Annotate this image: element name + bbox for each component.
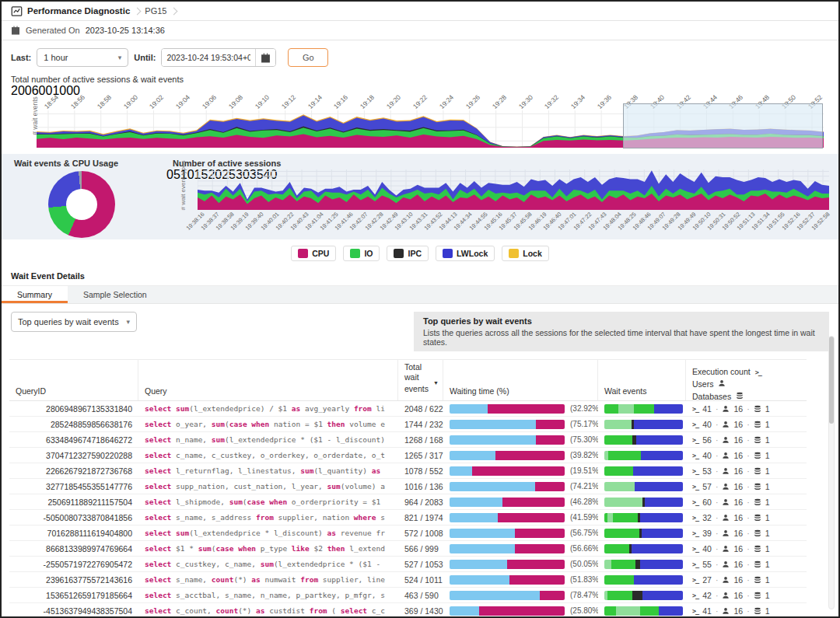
- time-selection-overlay[interactable]: [623, 103, 823, 148]
- info-box: Top queries by wait events Lists the que…: [414, 312, 829, 351]
- terminal-icon: >_: [692, 592, 698, 599]
- cell-waiting-time: (50.05%): [443, 560, 598, 569]
- user-icon: [722, 498, 730, 506]
- waiting-time-pct: (56.66%): [570, 544, 598, 553]
- cell-query: select $1 * sum(case when p_type like $2…: [138, 544, 398, 553]
- cell-wait-events: [598, 498, 686, 507]
- cell-waiting-time: (19.51%): [443, 466, 598, 476]
- table-row[interactable]: -5050080733870841856select s_name, s_add…: [9, 510, 807, 525]
- legend-item-lock[interactable]: Lock: [502, 246, 549, 261]
- cell-waiting-time: (75.17%): [443, 420, 598, 429]
- terminal-icon: >_: [692, 529, 698, 537]
- filter-bar: Last: 1 hour ▾ Until: Go: [2, 40, 838, 70]
- database-icon: [754, 452, 761, 459]
- last-label: Last:: [11, 53, 31, 62]
- user-icon: [722, 421, 730, 428]
- sessions-plot-area[interactable]: [198, 169, 829, 210]
- table-row[interactable]: 285248859856638176select o_year, sum(cas…: [9, 417, 807, 432]
- database-icon: [754, 467, 761, 475]
- cell-total-wait-events: 1016 / 1369: [398, 482, 443, 491]
- scrollbar-thumb[interactable]: [829, 337, 834, 424]
- col-header-waiting-time[interactable]: Waiting time (%): [443, 360, 598, 400]
- cell-total-wait-events: 964 / 2083: [398, 498, 443, 507]
- sort-desc-icon: ▼: [433, 379, 439, 388]
- legend-item-lwlock[interactable]: LWLock: [436, 246, 495, 261]
- table-row[interactable]: 1536512659179185664select s_acctbal, s_n…: [9, 588, 807, 603]
- cell-waiting-time: (51.83%): [443, 575, 598, 585]
- table-row[interactable]: -4513637949438357504select c_count, coun…: [9, 603, 807, 618]
- table-row[interactable]: 2506911889211157504select l_shipmode, su…: [9, 494, 807, 510]
- user-icon: [722, 592, 730, 599]
- legend-item-ipc[interactable]: IPC: [387, 246, 429, 261]
- x-tick-label: 19:18: [359, 93, 376, 110]
- terminal-icon: >_: [692, 421, 698, 428]
- cell-waiting-time: (78.47%): [443, 591, 598, 600]
- table-row[interactable]: 3277185455355147776select supp_nation, c…: [9, 479, 807, 494]
- y-tick-label: 0: [166, 168, 173, 181]
- terminal-icon: >_: [692, 607, 698, 615]
- last-select[interactable]: 1 hour ▾: [37, 48, 128, 67]
- terminal-icon: >_: [692, 514, 698, 522]
- query-type-dropdown[interactable]: Top queries by wait events ▾: [11, 312, 137, 332]
- col-header-wait-events[interactable]: Wait events: [598, 360, 686, 400]
- cell-total-wait-events: 524 / 1011: [398, 575, 443, 585]
- waiting-time-bar: [450, 606, 565, 616]
- cell-queryid: 285248859856638176: [9, 420, 138, 429]
- overview-plot-area[interactable]: [37, 110, 824, 148]
- waiting-time-bar: [450, 451, 565, 460]
- breadcrumb-separator-icon: [170, 7, 178, 15]
- table-row[interactable]: 3704712327590220288select c_name, c_cust…: [9, 448, 807, 463]
- breadcrumb: Performance Diagnostic PG15: [2, 2, 838, 21]
- user-icon: [722, 436, 730, 444]
- col-header-queryid[interactable]: QueryID: [9, 360, 138, 400]
- legend-item-io[interactable]: IO: [343, 246, 380, 261]
- terminal-icon: >_: [692, 576, 698, 584]
- col-header-total-wait-events[interactable]: Total wait events▼: [398, 360, 443, 400]
- table-row[interactable]: 7016288111619404800select sum(l_extended…: [9, 525, 807, 541]
- legend-swatch: [350, 249, 360, 258]
- app-window: Performance Diagnostic PG15 Generated On…: [0, 0, 840, 618]
- user-icon: [718, 379, 726, 387]
- table-row[interactable]: 6334849674718646272select n_name, sum(l_…: [9, 432, 807, 448]
- cell-queryid: 3277185455355147776: [9, 482, 138, 491]
- cell-queryid: 8668133989974769664: [9, 544, 138, 553]
- cell-exec-users-dbs: >_ 40 · 16 · 1: [686, 420, 807, 429]
- database-icon: [754, 560, 761, 568]
- cell-queryid: -2550571972276905472: [9, 560, 138, 569]
- chevron-down-icon: ▾: [118, 54, 122, 61]
- cell-total-wait-events: 1744 / 2320: [398, 420, 443, 429]
- tab-sample-selection[interactable]: Sample Selection: [68, 286, 163, 303]
- cell-wait-events: [598, 529, 686, 538]
- table-row[interactable]: 8668133989974769664select $1 * sum(case …: [9, 541, 807, 557]
- database-icon: [754, 529, 761, 537]
- user-icon: [722, 483, 730, 491]
- terminal-icon: >_: [692, 436, 698, 444]
- cell-wait-events: [598, 451, 686, 460]
- cell-wait-events: [598, 606, 686, 616]
- table-row[interactable]: -2550571972276905472select c_custkey, c_…: [9, 557, 807, 572]
- cell-query: select c_count, count(*) as custdist fro…: [138, 606, 398, 615]
- legend-swatch: [443, 249, 453, 258]
- table-row[interactable]: 2396163775572143616select s_name, count(…: [9, 572, 807, 588]
- x-tick-label: 19:06: [201, 93, 218, 110]
- calendar-button[interactable]: [255, 49, 275, 66]
- go-button[interactable]: Go: [288, 48, 328, 67]
- terminal-icon: >_: [692, 483, 698, 491]
- legend-item-cpu[interactable]: CPU: [291, 246, 336, 261]
- breadcrumb-server[interactable]: PG15: [145, 6, 166, 16]
- cell-exec-users-dbs: >_ 41 · 16 · 1: [686, 404, 807, 414]
- table-row[interactable]: 2266267921872736768select l_returnflag, …: [9, 463, 807, 479]
- col-header-exec-users-dbs[interactable]: Execution count>_ Users Databases: [686, 360, 807, 400]
- scrollbar[interactable]: [828, 336, 835, 609]
- tab-summary[interactable]: Summary: [2, 286, 68, 303]
- x-tick-label: 19:28: [491, 93, 508, 110]
- table-row[interactable]: 2806948967135331840select sum(l_extended…: [9, 401, 807, 417]
- until-input[interactable]: [162, 49, 255, 66]
- waiting-time-pct: (78.47%): [570, 591, 598, 599]
- database-icon: [754, 436, 761, 444]
- waiting-time-bar: [450, 575, 565, 585]
- col-header-query[interactable]: Query: [138, 360, 398, 400]
- wait-events-bar: [604, 513, 683, 522]
- x-tick-label: 18:58: [96, 93, 113, 110]
- cell-waiting-time: (32.92%): [443, 404, 598, 414]
